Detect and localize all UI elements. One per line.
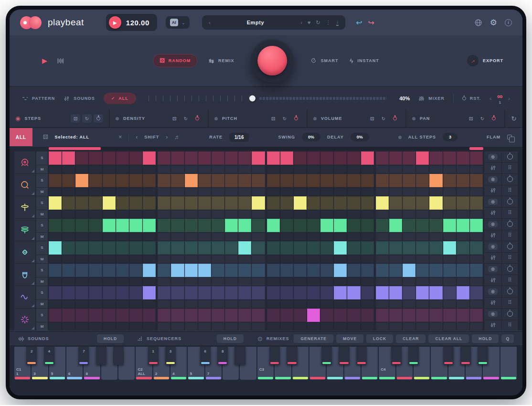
substep-cell[interactable] [198, 165, 211, 173]
step-cell[interactable] [62, 309, 75, 322]
substep-cell[interactable] [89, 188, 102, 196]
clear-row-button[interactable]: ⊗ [484, 219, 501, 230]
substep-cell[interactable] [116, 233, 129, 241]
quantize-button[interactable]: Q [501, 334, 514, 343]
note-value-icon[interactable]: ♬ [174, 134, 180, 140]
step-cell[interactable] [49, 151, 62, 165]
substep-cell[interactable] [294, 188, 307, 196]
black-key[interactable] [478, 347, 488, 365]
drag-handle-icon[interactable]: ⠿ [502, 230, 518, 241]
substep-cell[interactable] [103, 300, 116, 308]
substep-cell[interactable] [75, 165, 88, 173]
mute-button[interactable]: M [36, 233, 48, 241]
substep-cell[interactable] [116, 278, 129, 286]
step-cell[interactable] [171, 241, 184, 255]
substep-cell[interactable] [443, 300, 456, 308]
substep-cell[interactable] [103, 322, 116, 331]
step-cell[interactable] [361, 264, 374, 277]
step-cell[interactable] [416, 241, 429, 255]
step-cell[interactable] [429, 241, 442, 255]
step-cell[interactable] [389, 264, 402, 277]
substep-cell[interactable] [143, 300, 156, 308]
substep-cell[interactable] [376, 165, 389, 173]
step-cell[interactable] [212, 219, 224, 232]
probability-knob[interactable] [502, 196, 518, 207]
step-cell[interactable] [334, 174, 347, 187]
step-cell[interactable] [320, 219, 333, 232]
tab-steps[interactable]: ◉ STEPS ⚄ ↻ [10, 110, 109, 127]
step-cell[interactable] [403, 264, 415, 277]
step-cell[interactable] [320, 174, 333, 187]
substep-cell[interactable] [376, 233, 389, 241]
step-cell[interactable] [158, 219, 170, 232]
step-cell[interactable] [376, 241, 389, 255]
substep-cell[interactable] [129, 233, 142, 241]
step-cell[interactable] [143, 286, 156, 299]
substep-cell[interactable] [185, 165, 198, 173]
substep-cell[interactable] [252, 322, 265, 331]
step-cell[interactable] [212, 174, 224, 187]
substep-cell[interactable] [185, 255, 198, 263]
substep-cell[interactable] [129, 255, 142, 263]
substep-cell[interactable] [320, 278, 333, 286]
bpm-value[interactable]: 120.00 [126, 19, 149, 27]
substep-cell[interactable] [470, 322, 483, 331]
black-key[interactable]: 7 [78, 347, 89, 365]
substep-cell[interactable] [75, 210, 88, 218]
step-cell[interactable] [457, 286, 469, 299]
substep-cell[interactable] [212, 322, 224, 331]
substep-cell[interactable] [443, 188, 456, 196]
black-key[interactable] [339, 347, 349, 365]
step-cell[interactable] [457, 264, 469, 277]
gear-icon[interactable]: ⚙ [490, 19, 497, 27]
step-cell[interactable] [334, 151, 347, 165]
step-cell[interactable] [307, 196, 320, 210]
refresh-all-button[interactable]: ↻ [505, 110, 522, 127]
step-cell[interactable] [143, 219, 156, 232]
substep-cell[interactable] [143, 255, 156, 263]
step-cell[interactable] [158, 174, 170, 187]
step-cell[interactable] [361, 196, 374, 210]
substep-cell[interactable] [129, 300, 142, 308]
clear-row-button[interactable]: ⊗ [484, 196, 501, 207]
loop-icon[interactable]: ↻ [82, 114, 92, 123]
clear-button[interactable]: CLEAR [396, 334, 426, 343]
substep-cell[interactable] [347, 165, 360, 173]
substep-cell[interactable] [361, 278, 374, 286]
substep-cell[interactable] [347, 255, 360, 263]
substep-cell[interactable] [429, 255, 442, 263]
step-cell[interactable] [470, 264, 483, 277]
substep-cell[interactable] [361, 300, 374, 308]
step-cell[interactable] [75, 241, 88, 255]
substep-cell[interactable] [403, 322, 415, 331]
step-cell[interactable] [62, 196, 75, 210]
substep-cell[interactable] [347, 300, 360, 308]
step-cell[interactable] [129, 309, 142, 322]
substep-cell[interactable] [185, 300, 198, 308]
substep-cell[interactable] [416, 322, 429, 331]
substep-cell[interactable] [62, 165, 75, 173]
substep-cell[interactable] [129, 210, 142, 218]
step-cell[interactable] [361, 151, 374, 165]
power-icon[interactable] [390, 114, 400, 123]
step-cell[interactable] [403, 309, 415, 322]
substep-cell[interactable] [267, 210, 280, 218]
step-cell[interactable] [376, 219, 389, 232]
step-cell[interactable] [457, 241, 469, 255]
substep-cell[interactable] [361, 255, 374, 263]
substep-cell[interactable] [238, 233, 251, 241]
substep-cell[interactable] [334, 210, 347, 218]
substep-cell[interactable] [116, 188, 129, 196]
substep-cell[interactable] [389, 188, 402, 196]
step-cell[interactable] [470, 309, 483, 322]
random-button[interactable]: ⚄ RANDOM [153, 54, 197, 67]
step-cell[interactable] [403, 286, 415, 299]
step-cell[interactable] [75, 174, 88, 187]
step-cell[interactable] [129, 241, 142, 255]
substep-cell[interactable] [49, 255, 62, 263]
step-cell[interactable] [443, 241, 456, 255]
substep-cell[interactable] [103, 188, 116, 196]
step-cell[interactable] [158, 241, 170, 255]
step-cell[interactable] [238, 264, 251, 277]
sequencers-hold-button[interactable]: HOLD [217, 334, 244, 343]
